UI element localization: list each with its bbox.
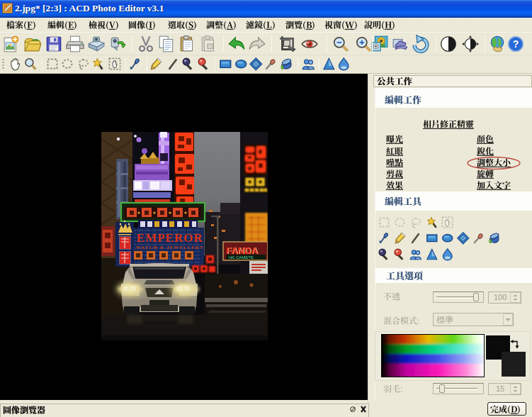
svg-text:EMPEROR: EMPEROR	[137, 231, 203, 245]
svg-text:FANDA: FANDA	[226, 245, 258, 256]
svg-text:HK CAMETE: HK CAMETE	[229, 255, 254, 260]
svg-text:?: ?	[513, 38, 519, 50]
svg-text:WATCH & JEWELLERY: WATCH & JEWELLERY	[136, 245, 204, 250]
